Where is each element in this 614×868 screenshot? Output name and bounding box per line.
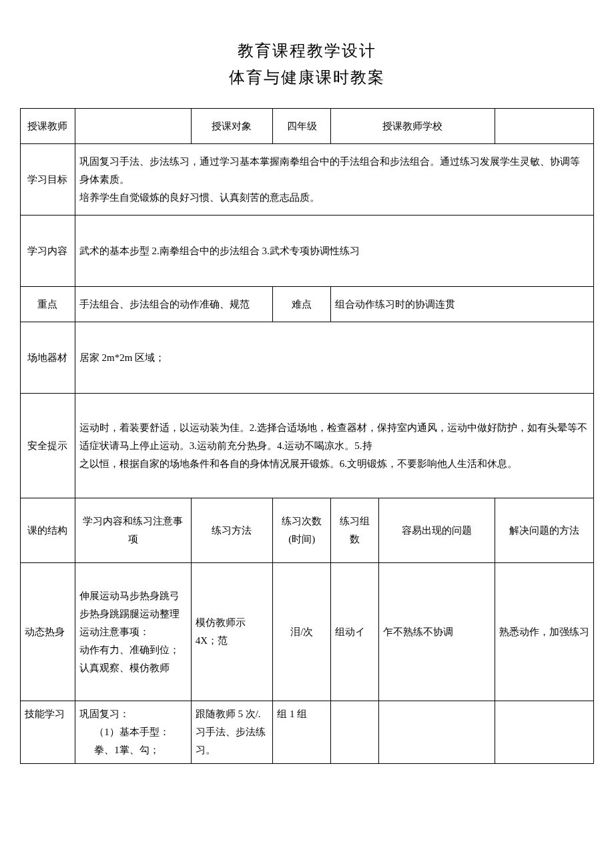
col-method: 练习方法 xyxy=(191,498,273,563)
page-title-main: 教育课程教学设计 xyxy=(20,40,594,61)
goals-label: 学习目标 xyxy=(21,144,75,215)
school-value xyxy=(495,109,593,144)
safety-text: 运动时，着装要舒适，以运动装为佳。2.选择合适场地，检查器材，保持室内通风，运动… xyxy=(75,394,593,498)
warmup-content: 伸展运动马步热身跳弓步热身跳踢腿运动整理运动注意事项： 动作有力、准确到位；认真… xyxy=(75,563,191,701)
col-solutions: 解决问题的方法 xyxy=(495,498,593,563)
diff-label: 难点 xyxy=(273,287,331,322)
goals-text: 巩固复习手法、步法练习，通过学习基本掌握南拳组合中的手法组合和步法组合。通过练习… xyxy=(75,144,593,215)
col-problems: 容易出现的问题 xyxy=(378,498,495,563)
col-sets: 练习组数 xyxy=(331,498,379,563)
skill-method: 跟随教师 5 次/.习手法、步法练习。 xyxy=(191,701,273,764)
col-structure: 课的结构 xyxy=(21,498,75,563)
teacher-value xyxy=(75,109,191,144)
key-label: 重点 xyxy=(21,287,75,322)
warmup-method: 模仿教师示 4X；范 xyxy=(191,563,273,701)
warmup-reps: 泪/次 xyxy=(273,563,331,701)
content-text: 武术的基本步型 2.南拳组合中的步法组合 3.武术专项协调性练习 xyxy=(75,215,593,287)
content-label: 学习内容 xyxy=(21,215,75,287)
warmup-structure: 动态热身 xyxy=(21,563,75,701)
warmup-problems: 乍不熟练不协调 xyxy=(378,563,495,701)
audience-label: 授课对象 xyxy=(191,109,273,144)
skill-problems xyxy=(378,701,495,764)
skill-content-a: 巩固复习： xyxy=(79,709,129,719)
audience-value: 四年级 xyxy=(273,109,331,144)
goals-line1: 巩固复习手法、步法练习，通过学习基本掌握南拳组合中的手法组合和步法组合。通过练习… xyxy=(79,153,589,189)
skill-solutions xyxy=(495,701,593,764)
col-reps: 练习次数(时间) xyxy=(273,498,331,563)
goals-line2: 培养学生自觉锻炼的良好习惯、认真刻苦的意志品质。 xyxy=(79,189,589,207)
teacher-label: 授课教师 xyxy=(21,109,75,144)
venue-text: 居家 2m*2m 区域； xyxy=(75,322,593,394)
school-label: 授课教师学校 xyxy=(331,109,495,144)
skill-content-b: （1）基本手型：拳、1掌、勾； xyxy=(79,723,187,759)
diff-text: 组合动作练习时的协调连贯 xyxy=(331,287,594,322)
col-content: 学习内容和练习注意事项 xyxy=(75,498,191,563)
safety-label: 安全提示 xyxy=(21,394,75,498)
warmup-solutions: 熟悉动作，加强练习 xyxy=(495,563,593,701)
warmup-sets: 组动イ xyxy=(331,563,379,701)
page-title-sub: 体育与健康课时教案 xyxy=(20,67,594,88)
lesson-plan-table: 授课教师 授课对象 四年级 授课教师学校 学习目标 巩固复习手法、步法练习，通过… xyxy=(20,108,594,764)
skill-content: 巩固复习： （1）基本手型：拳、1掌、勾； xyxy=(75,701,191,764)
skill-reps: 组 1 组 xyxy=(273,701,331,764)
key-text: 手法组合、步法组合的动作准确、规范 xyxy=(75,287,273,322)
safety-line1: 运动时，着装要舒适，以运动装为佳。2.选择合适场地，检查器材，保持室内通风，运动… xyxy=(79,419,589,455)
venue-label: 场地器材 xyxy=(21,322,75,394)
safety-line2: 之以恒，根据自家的场地条件和各自的身体情况展开锻炼。6.文明锻炼，不要影响他人生… xyxy=(79,455,589,473)
skill-sets xyxy=(331,701,379,764)
skill-structure: 技能学习 xyxy=(21,701,75,764)
